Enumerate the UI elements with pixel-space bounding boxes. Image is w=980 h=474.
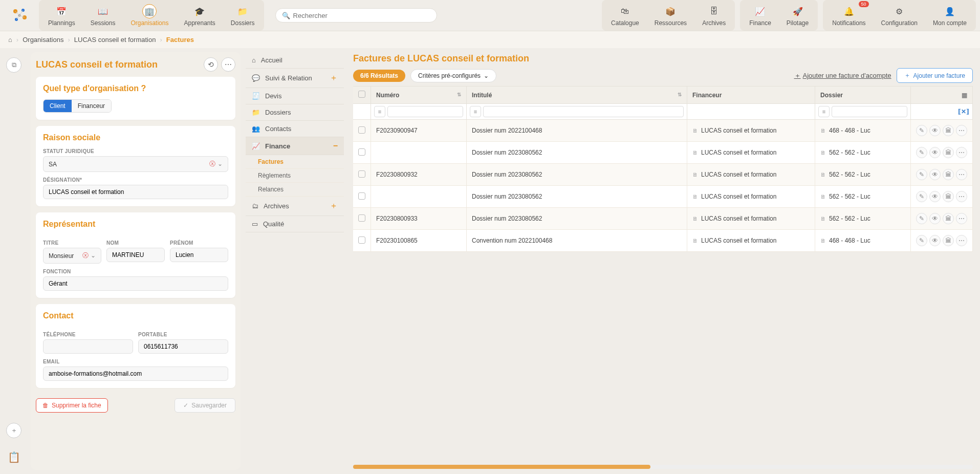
col-intitule[interactable]: Intitulé xyxy=(472,92,492,99)
more-icon[interactable]: ⋯ xyxy=(956,147,967,158)
bank-icon[interactable]: 🏛 xyxy=(943,147,954,158)
save-button[interactable]: ✓ Sauvegarder xyxy=(175,398,235,413)
designation-input[interactable] xyxy=(43,185,228,199)
edit-icon[interactable]: ✎ xyxy=(916,191,927,202)
nav-apprenants[interactable]: 🎓Apprenants xyxy=(177,2,222,29)
bank-icon[interactable]: 🏛 xyxy=(943,213,954,224)
bank-icon[interactable]: 🏛 xyxy=(943,125,954,136)
nom-input[interactable] xyxy=(106,248,165,262)
criteres-dropdown[interactable]: Critères pré-configurés ⌄ xyxy=(410,69,496,82)
more-icon[interactable]: ⋯ xyxy=(956,125,967,136)
nav-catalogue[interactable]: 🛍Catalogue xyxy=(604,2,646,29)
bank-icon[interactable]: 🏛 xyxy=(943,235,954,246)
col-financeur[interactable]: Financeur xyxy=(692,92,722,99)
tel-input[interactable] xyxy=(43,339,133,354)
select-all-checkbox[interactable] xyxy=(358,91,365,98)
minus-icon[interactable]: − xyxy=(333,141,338,150)
more-icon[interactable]: ⋯ xyxy=(956,235,967,246)
org-type-toggle[interactable]: Client Financeur xyxy=(43,99,112,113)
subnav-archives[interactable]: 🗂Archives＋ xyxy=(246,197,344,216)
view-icon[interactable]: 👁 xyxy=(929,125,941,136)
row-checkbox[interactable] xyxy=(358,236,365,244)
view-icon[interactable]: 👁 xyxy=(929,169,941,180)
table-row[interactable]: F20230800932Dossier num 2023080562🗎LUCAS… xyxy=(353,164,973,186)
table-row[interactable]: Dossier num 2023080562🗎LUCAS conseil et … xyxy=(353,186,973,208)
subnav-dossiers[interactable]: 📁Dossiers xyxy=(246,104,344,121)
view-icon[interactable]: 👁 xyxy=(929,147,941,158)
nav-organisations[interactable]: 🏢Organisations xyxy=(123,2,176,29)
edit-icon[interactable]: ✎ xyxy=(916,235,927,246)
more-icon[interactable]: ⋯ xyxy=(221,57,235,72)
table-row[interactable]: F20230900947Dossier num 2022100468🗎LUCAS… xyxy=(353,120,973,142)
row-checkbox[interactable] xyxy=(358,148,365,156)
col-numero[interactable]: Numéro xyxy=(376,92,399,99)
subnav-qualite[interactable]: ▭Qualité xyxy=(246,216,344,232)
columns-icon[interactable]: ▦ xyxy=(962,92,967,99)
clear-icon[interactable]: ⓧ xyxy=(209,160,215,167)
sort-icon[interactable]: ⇅ xyxy=(678,92,682,97)
collapse-panel-icon[interactable]: ⧉ xyxy=(6,57,21,73)
nav-pilotage[interactable]: 🚀Pilotage xyxy=(779,2,816,29)
subnav-finance[interactable]: 📈Finance− xyxy=(246,137,344,155)
plus-icon[interactable]: ＋ xyxy=(330,73,338,83)
nav-finance[interactable]: 📈Finance xyxy=(742,2,778,29)
subnav-reglements[interactable]: Règlements xyxy=(246,169,344,183)
clear-icon[interactable]: ⓧ xyxy=(82,252,89,259)
more-icon[interactable]: ⋯ xyxy=(956,191,967,202)
bank-icon[interactable]: 🏛 xyxy=(943,169,954,180)
add-acompte-link[interactable]: ＋ Ajouter une facture d'acompte xyxy=(794,71,891,80)
search-box[interactable]: 🔍 xyxy=(275,8,437,23)
edit-icon[interactable]: ✎ xyxy=(916,213,927,224)
edit-icon[interactable]: ✎ xyxy=(916,147,927,158)
horizontal-scrollbar[interactable] xyxy=(353,465,973,469)
table-row[interactable]: F20230800933Dossier num 2023080562🗎LUCAS… xyxy=(353,208,973,230)
nav-ressources[interactable]: 📦Ressources xyxy=(647,2,694,29)
row-checkbox[interactable] xyxy=(358,192,365,200)
pill-financeur[interactable]: Financeur xyxy=(72,100,111,112)
subnav-accueil[interactable]: ⌂Accueil xyxy=(246,52,344,69)
bank-icon[interactable]: 🏛 xyxy=(943,191,954,202)
pill-client[interactable]: Client xyxy=(43,100,72,112)
portable-input[interactable] xyxy=(138,339,228,354)
filter-icon[interactable]: ≡ xyxy=(818,106,830,117)
view-icon[interactable]: 👁 xyxy=(929,191,941,202)
nav-archives[interactable]: 🗄Archives xyxy=(695,2,733,29)
subnav-devis[interactable]: 🧾Devis xyxy=(246,88,344,104)
search-input[interactable] xyxy=(293,12,430,19)
filter-numero[interactable] xyxy=(387,106,463,117)
clipboard-icon[interactable]: 📋 xyxy=(6,449,21,465)
nav-notifications[interactable]: 🔔Notifications50 xyxy=(825,2,873,29)
plus-icon[interactable]: ＋ xyxy=(330,201,338,211)
clear-filters-icon[interactable]: ⟦✕⟧ xyxy=(958,108,969,115)
table-row[interactable]: F20230100865Convention num 2022100468🗎LU… xyxy=(353,230,973,252)
edit-icon[interactable]: ✎ xyxy=(916,125,927,136)
subnav-contacts[interactable]: 👥Contacts xyxy=(246,121,344,137)
fonction-input[interactable] xyxy=(43,276,228,291)
more-icon[interactable]: ⋯ xyxy=(956,213,967,224)
nav-dossiers[interactable]: 📁Dossiers xyxy=(224,2,262,29)
subnav-factures[interactable]: Factures xyxy=(246,155,344,169)
more-icon[interactable]: ⋯ xyxy=(956,169,967,180)
filter-icon[interactable]: ≡ xyxy=(374,106,385,117)
titre-select[interactable]: Monsieur ⓧ⌄ xyxy=(43,248,101,264)
filter-dossier[interactable] xyxy=(832,106,907,117)
row-checkbox[interactable] xyxy=(358,214,365,222)
subnav-suivi[interactable]: 💬Suivi & Relation＋ xyxy=(246,69,344,88)
delete-button[interactable]: 🗑 Supprimer la fiche xyxy=(36,398,108,413)
nav-plannings[interactable]: 📅Plannings xyxy=(41,2,82,29)
home-icon[interactable]: ⌂ xyxy=(8,36,12,44)
nav-sessions[interactable]: 📖Sessions xyxy=(83,2,123,29)
add-facture-button[interactable]: ＋ Ajouter une facture xyxy=(897,68,973,83)
breadcrumb-item[interactable]: LUCAS conseil et formation xyxy=(74,36,156,44)
sort-icon[interactable]: ⇅ xyxy=(457,92,461,97)
filter-intitule[interactable] xyxy=(483,106,684,117)
subnav-relances[interactable]: Relances xyxy=(246,183,344,197)
col-dossier[interactable]: Dossier xyxy=(820,92,843,99)
view-icon[interactable]: 👁 xyxy=(929,213,941,224)
nav-configuration[interactable]: ⚙Configuration xyxy=(874,2,925,29)
statut-select[interactable]: SA ⓧ⌄ xyxy=(43,156,228,172)
nav-moncompte[interactable]: 👤Mon compte xyxy=(926,2,974,29)
prenom-input[interactable] xyxy=(170,248,228,262)
row-checkbox[interactable] xyxy=(358,126,365,134)
view-icon[interactable]: 👁 xyxy=(929,235,941,246)
